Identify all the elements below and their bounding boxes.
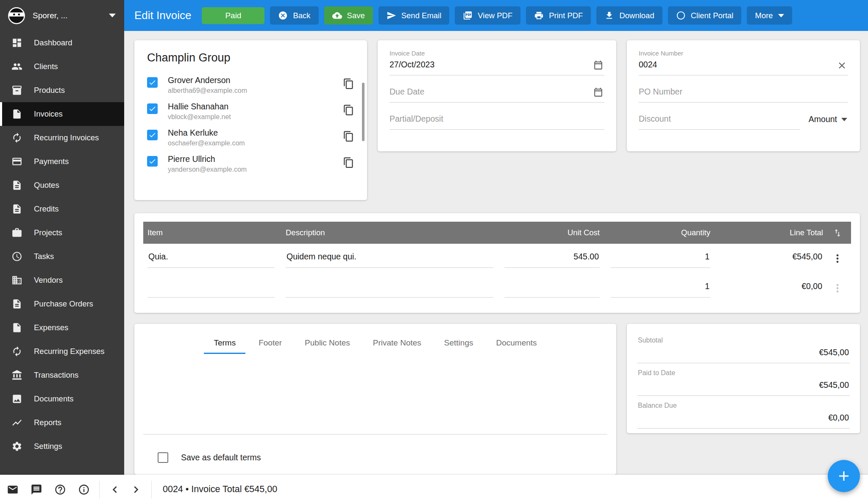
tab-documents[interactable]: Documents (484, 334, 548, 354)
sidebar-item-purchase-orders[interactable]: Purchase Orders (0, 292, 124, 316)
contact-name: Neha Kerluke (168, 128, 343, 138)
client-portal-button[interactable]: Client Portal (668, 6, 742, 25)
row-menu-button[interactable] (828, 253, 847, 264)
copy-contact-button[interactable] (343, 131, 354, 142)
terms-textarea[interactable] (143, 362, 607, 434)
sidebar-item-products[interactable]: Products (0, 78, 124, 102)
calendar-icon[interactable] (593, 87, 604, 98)
scrollbar-thumb[interactable] (362, 83, 364, 141)
sidebar-item-tasks[interactable]: Tasks (0, 245, 124, 268)
discount-field[interactable]: Discount (639, 106, 800, 130)
print-pdf-button[interactable]: Print PDF (526, 6, 591, 25)
tab-settings[interactable]: Settings (433, 334, 485, 354)
item-input[interactable] (147, 279, 275, 298)
due-date-field[interactable]: Due Date (389, 79, 604, 103)
record-navigation (100, 483, 151, 496)
sidebar-item-credits[interactable]: Credits (0, 197, 124, 221)
copy-contact-button[interactable] (343, 104, 354, 116)
tab-terms[interactable]: Terms (202, 334, 247, 354)
printer-icon (534, 11, 544, 20)
sidebar-item-projects[interactable]: Projects (0, 221, 124, 245)
chat-button[interactable] (31, 484, 42, 496)
back-button[interactable]: Back (270, 6, 318, 25)
quantity-input[interactable]: 1 (611, 249, 710, 268)
sidebar-item-vendors[interactable]: Vendors (0, 268, 124, 292)
invoice-date-field[interactable]: Invoice Date 27/Oct/2023 (389, 50, 604, 75)
client-name[interactable]: Champlin Group (147, 51, 354, 64)
contact-checkbox[interactable] (147, 77, 158, 88)
calendar-icon[interactable] (593, 60, 604, 71)
send-email-button[interactable]: Send Email (378, 6, 450, 25)
chevron-left-icon (108, 483, 122, 496)
item-input[interactable]: Quia. (147, 249, 275, 268)
copy-icon (343, 78, 354, 89)
documents-icon (11, 393, 22, 404)
table-row: Quia. Quidem neque qui. 545.00 1 €545,00 (143, 244, 851, 273)
sidebar-item-invoices[interactable]: Invoices (0, 102, 124, 126)
view-pdf-button[interactable]: View PDF (455, 6, 520, 25)
balance-due-value: €0,00 (638, 413, 849, 423)
check-icon (148, 105, 156, 113)
copy-contact-button[interactable] (343, 157, 354, 168)
clear-icon[interactable] (837, 60, 847, 71)
subtotal-row: Subtotal €545,00 (637, 332, 850, 363)
sidebar-item-reports[interactable]: Reports (0, 411, 124, 434)
check-icon (148, 131, 156, 139)
info-icon (78, 484, 90, 496)
sidebar-item-expenses[interactable]: Expenses (0, 316, 124, 340)
sidebar-item-dashboard[interactable]: Dashboard (0, 31, 124, 55)
contact-checkbox[interactable] (147, 156, 158, 167)
dashboard-icon (11, 37, 22, 48)
account-switcher[interactable]: Sporer, ... (0, 0, 124, 31)
partial-deposit-field[interactable]: Partial/Deposit (389, 106, 604, 130)
row-menu-button[interactable] (828, 283, 847, 294)
invoice-number-field[interactable]: Invoice Number 0024 (639, 50, 848, 75)
sidebar-item-settings[interactable]: Settings (0, 434, 124, 458)
sidebar-item-transactions[interactable]: Transactions (0, 363, 124, 387)
invoice-dates-card: Invoice Date 27/Oct/2023 Due Date Partia… (378, 40, 616, 151)
sidebar-item-label: Purchase Orders (34, 299, 93, 309)
copy-contact-button[interactable] (343, 78, 354, 89)
description-input[interactable]: Quidem neque qui. (286, 249, 493, 268)
sidebar-item-clients[interactable]: Clients (0, 55, 124, 78)
sidebar-item-recurring-invoices[interactable]: Recurring Invoices (0, 126, 124, 150)
tab-footer[interactable]: Footer (247, 334, 293, 354)
contact-checkbox[interactable] (147, 130, 158, 140)
unit-cost-input[interactable]: 545.00 (504, 249, 600, 268)
quantity-input[interactable]: 1 (611, 279, 710, 298)
sort-items-button[interactable] (828, 228, 847, 237)
sidebar-item-documents[interactable]: Documents (0, 387, 124, 411)
description-input[interactable] (286, 279, 493, 298)
discount-type-select[interactable]: Amount (800, 114, 848, 130)
tab-private-notes[interactable]: Private Notes (362, 334, 433, 354)
sidebar-item-recurring-expenses[interactable]: Recurring Expenses (0, 340, 124, 363)
save-default-checkbox[interactable] (158, 452, 168, 463)
back-circle-icon (278, 11, 288, 20)
download-button[interactable]: Download (596, 6, 662, 25)
previous-record-button[interactable] (108, 483, 122, 496)
recurring-expenses-icon (11, 346, 22, 357)
email-button[interactable] (7, 484, 19, 496)
vertical-dots-icon (832, 283, 843, 294)
check-icon (148, 78, 156, 86)
invoice-date-label: Invoice Date (389, 50, 604, 57)
tab-public-notes[interactable]: Public Notes (293, 334, 362, 354)
unit-cost-input[interactable] (504, 279, 600, 298)
column-header-unit-cost: Unit Cost (504, 228, 600, 237)
save-button[interactable]: Save (324, 6, 373, 25)
sidebar-item-quotes[interactable]: Quotes (0, 173, 124, 197)
contact-checkbox[interactable] (147, 103, 158, 114)
info-button[interactable] (78, 484, 90, 496)
sidebar-item-label: Projects (34, 228, 62, 237)
column-header-line-total: Line Total (721, 228, 823, 237)
subtotal-value: €545,00 (638, 348, 849, 357)
po-number-field[interactable]: PO Number (639, 79, 848, 103)
add-button[interactable] (828, 460, 860, 492)
discount-row: Discount Amount (639, 106, 848, 130)
sidebar-item-payments[interactable]: Payments (0, 150, 124, 173)
help-button[interactable] (54, 484, 66, 496)
more-button[interactable]: More (747, 6, 792, 25)
next-record-button[interactable] (129, 483, 143, 496)
paid-to-date-row: Paid to Date €545,00 (637, 365, 850, 396)
divider (151, 481, 152, 498)
